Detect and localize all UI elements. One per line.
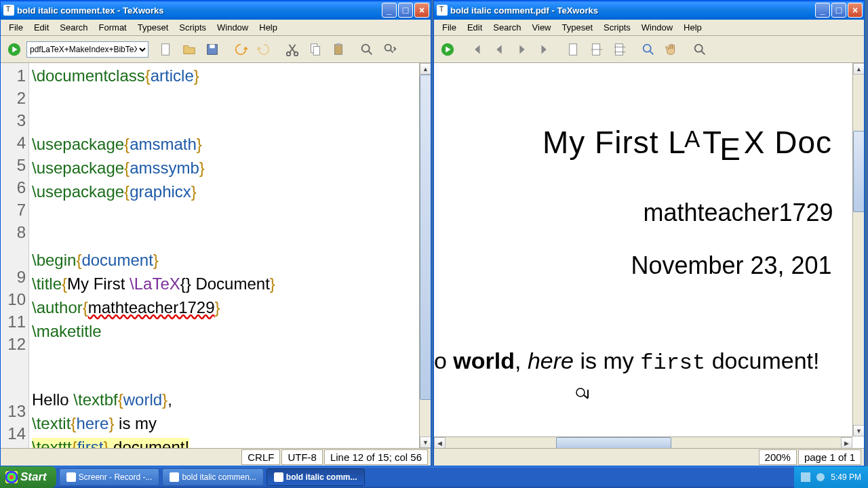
titlebar-right[interactable]: bold italic comment.pdf - TeXworks _ □ × bbox=[434, 1, 864, 20]
typeset-run-button[interactable] bbox=[437, 39, 458, 60]
system-tray[interactable]: 5:49 PM bbox=[794, 466, 868, 488]
scroll-thumb[interactable] bbox=[853, 131, 864, 212]
magnify-tool-button[interactable] bbox=[637, 39, 659, 60]
menu-help[interactable]: Help bbox=[254, 21, 283, 34]
menu-search[interactable]: Search bbox=[488, 21, 526, 34]
typeset-engine-select[interactable]: pdfLaTeX+MakeIndex+BibTeX bbox=[26, 41, 149, 58]
fit-width-button[interactable] bbox=[586, 39, 608, 60]
menu-file[interactable]: File bbox=[3, 21, 28, 34]
statusbar-right: 200% page 1 of 1 bbox=[434, 448, 864, 466]
menu-typeset[interactable]: Typeset bbox=[557, 21, 599, 34]
redo-button[interactable] bbox=[253, 39, 275, 60]
toolbar-left: pdfLaTeX+MakeIndex+BibTeX bbox=[1, 36, 431, 63]
actual-size-button[interactable] bbox=[563, 39, 585, 60]
tray-icon[interactable] bbox=[801, 472, 810, 482]
svg-rect-13 bbox=[570, 43, 577, 55]
menu-window[interactable]: Window bbox=[636, 21, 678, 34]
find-button[interactable] bbox=[689, 39, 711, 60]
find-button[interactable] bbox=[356, 39, 378, 60]
tray-icon[interactable] bbox=[816, 472, 825, 482]
toolbar-right bbox=[434, 36, 864, 63]
scroll-right-icon[interactable]: ▶ bbox=[841, 437, 852, 448]
hand-tool-button[interactable] bbox=[660, 39, 682, 60]
code-editor[interactable]: \documentclass{article} \usepackage{amsm… bbox=[29, 63, 419, 448]
svg-rect-20 bbox=[801, 472, 810, 482]
taskbar-item-tex[interactable]: bold italic commen... bbox=[162, 468, 263, 486]
lineending-cell[interactable]: CRLF bbox=[241, 449, 280, 465]
page-cell: page 1 of 1 bbox=[798, 449, 861, 465]
cursor-pos-cell: Line 12 of 15; col 56 bbox=[324, 449, 428, 465]
start-button[interactable]: Start bbox=[0, 466, 56, 488]
prev-page-button[interactable] bbox=[488, 39, 510, 60]
menu-edit[interactable]: Edit bbox=[462, 21, 488, 34]
svg-point-5 bbox=[294, 52, 298, 56]
svg-rect-3 bbox=[210, 44, 214, 48]
menu-help[interactable]: Help bbox=[678, 21, 707, 34]
close-button[interactable]: × bbox=[414, 3, 429, 18]
menu-window[interactable]: Window bbox=[212, 21, 254, 34]
svg-point-11 bbox=[385, 44, 391, 50]
scroll-down-icon[interactable]: ▼ bbox=[420, 436, 431, 448]
menu-scripts[interactable]: Scripts bbox=[174, 21, 212, 34]
menu-scripts[interactable]: Scripts bbox=[598, 21, 636, 34]
zoom-cell[interactable]: 200% bbox=[759, 449, 797, 465]
new-file-button[interactable] bbox=[155, 39, 177, 60]
editor-area[interactable]: 12345678 9101112 1314 \documentclass{art… bbox=[1, 63, 431, 448]
window-title-left: bold italic comment.tex - TeXworks bbox=[17, 5, 382, 16]
svg-rect-7 bbox=[313, 46, 319, 55]
app-icon bbox=[3, 5, 14, 16]
fit-window-button[interactable] bbox=[609, 39, 631, 60]
menu-view[interactable]: View bbox=[527, 21, 557, 34]
vertical-scrollbar[interactable]: ▲ ▼ bbox=[419, 63, 431, 448]
titlebar-left[interactable]: bold italic comment.tex - TeXworks _ □ × bbox=[1, 1, 431, 20]
maximize-button[interactable]: □ bbox=[398, 3, 413, 18]
open-file-button[interactable] bbox=[178, 39, 200, 60]
svg-point-10 bbox=[362, 44, 370, 52]
maximize-button[interactable]: □ bbox=[831, 3, 846, 18]
svg-rect-15 bbox=[616, 43, 623, 55]
pdf-body: o world, here is my first document! bbox=[434, 348, 852, 375]
last-page-button[interactable] bbox=[534, 39, 556, 60]
minimize-button[interactable]: _ bbox=[382, 3, 397, 18]
editor-window: bold italic comment.tex - TeXworks _ □ ×… bbox=[0, 0, 431, 466]
line-gutter: 12345678 9101112 1314 bbox=[1, 63, 29, 448]
taskbar-item-pdf[interactable]: bold italic comm... bbox=[267, 468, 365, 486]
scroll-thumb-h[interactable] bbox=[556, 437, 671, 448]
typeset-run-button[interactable] bbox=[3, 39, 25, 60]
replace-button[interactable] bbox=[379, 39, 401, 60]
taskbar-item-screenr[interactable]: Screenr - Record -... bbox=[59, 468, 160, 486]
save-button[interactable] bbox=[201, 39, 223, 60]
paste-button[interactable] bbox=[328, 39, 349, 60]
scroll-up-icon[interactable]: ▲ bbox=[420, 63, 431, 75]
copy-button[interactable] bbox=[304, 39, 326, 60]
menu-file[interactable]: File bbox=[437, 21, 462, 34]
cut-button[interactable] bbox=[281, 39, 303, 60]
menubar-left: File Edit Search Format Typeset Scripts … bbox=[1, 20, 431, 36]
svg-point-18 bbox=[576, 388, 585, 396]
app-icon bbox=[437, 5, 448, 16]
vertical-scrollbar[interactable]: ▲ ▼ bbox=[852, 63, 864, 436]
menu-typeset[interactable]: Typeset bbox=[132, 21, 174, 34]
encoding-cell[interactable]: UTF-8 bbox=[281, 449, 323, 465]
scroll-down-icon[interactable]: ▼ bbox=[853, 425, 864, 436]
menu-format[interactable]: Format bbox=[94, 21, 132, 34]
scroll-thumb[interactable] bbox=[420, 75, 431, 400]
scroll-up-icon[interactable]: ▲ bbox=[853, 63, 864, 75]
close-button[interactable]: × bbox=[848, 3, 863, 18]
menu-search[interactable]: Search bbox=[54, 21, 93, 34]
svg-rect-19 bbox=[587, 390, 589, 398]
pdf-viewport[interactable]: My First LATEX Doc mathteacher1729 Novem… bbox=[434, 63, 864, 448]
svg-point-4 bbox=[287, 52, 291, 56]
pdf-page: My First LATEX Doc mathteacher1729 Novem… bbox=[434, 63, 852, 436]
pdf-date: November 23, 201 bbox=[434, 251, 852, 280]
minimize-button[interactable]: _ bbox=[815, 3, 830, 18]
scroll-left-icon[interactable]: ◀ bbox=[434, 437, 446, 448]
svg-point-17 bbox=[695, 44, 703, 52]
horizontal-scrollbar[interactable]: ◀ ▶ bbox=[434, 436, 852, 448]
clock[interactable]: 5:49 PM bbox=[831, 472, 861, 482]
menu-edit[interactable]: Edit bbox=[28, 21, 54, 34]
next-page-button[interactable] bbox=[511, 39, 533, 60]
undo-button[interactable] bbox=[230, 39, 252, 60]
svg-rect-9 bbox=[336, 43, 340, 45]
first-page-button[interactable] bbox=[465, 39, 487, 60]
